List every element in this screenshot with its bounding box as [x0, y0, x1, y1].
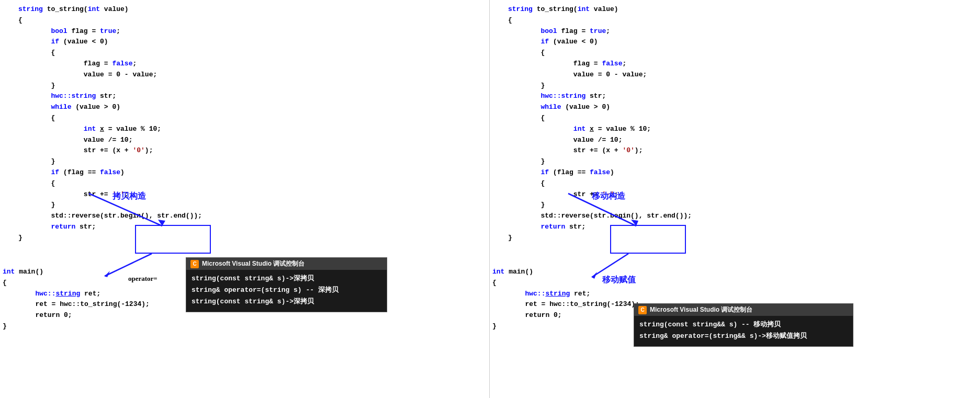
left-line-14: }: [18, 156, 202, 167]
left-line-9: while (value > 0): [18, 102, 202, 113]
right-console-title: Microsoft Visual Studio 调试控制台: [650, 305, 752, 314]
right-panel: string to_string(int value) { bool flag …: [490, 0, 980, 398]
right-line-1: {: [508, 15, 692, 26]
left-line-12: value /= 10;: [18, 135, 202, 146]
right-line-3: if (value < 0): [508, 37, 692, 48]
left-console-line2: string& operator=(string s) -- 深拷贝: [192, 285, 381, 296]
right-line-13: str += (x + '0');: [508, 145, 692, 156]
right-line-6: value = 0 - value;: [508, 70, 692, 81]
left-bottom-code: int main() { hwc::string ret; ret = hwc:…: [3, 267, 150, 332]
left-main-line6: }: [3, 321, 150, 332]
left-main-line2: {: [3, 278, 150, 289]
right-main-line3: hwc::string ret;: [492, 289, 639, 300]
left-line-7: }: [18, 81, 202, 92]
right-line-4: {: [508, 48, 692, 59]
left-console: C Microsoft Visual Studio 调试控制台 string(c…: [186, 257, 387, 312]
right-console-icon: C: [638, 306, 647, 314]
right-main-line4: ret = hwc::to_string(-1234);: [492, 299, 639, 310]
right-title-line: string to_string(int value): [508, 4, 692, 15]
right-line-7: }: [508, 81, 692, 92]
right-main-line5: return 0;: [492, 310, 639, 321]
left-main-line5: return 0;: [3, 310, 150, 321]
left-console-header: C Microsoft Visual Studio 调试控制台: [186, 258, 387, 270]
right-line-5: flag = false;: [508, 59, 692, 70]
left-panel: string to_string(int value) { bool flag …: [0, 0, 490, 398]
left-title-line: string to_string(int value): [18, 4, 202, 15]
left-line-13: str += (x + '0');: [18, 145, 202, 156]
right-console: C Microsoft Visual Studio 调试控制台 string(c…: [634, 303, 853, 347]
left-rect-box: [135, 225, 211, 254]
right-line-16: {: [508, 178, 692, 189]
left-line-18: }: [18, 200, 202, 211]
left-main-line1: int main(): [3, 267, 150, 278]
left-line-17: str += '-';: [18, 189, 202, 200]
right-code-block: string to_string(int value) { bool flag …: [508, 4, 692, 244]
left-line-4: {: [18, 48, 202, 59]
right-line-8: hwc::string str;: [508, 91, 692, 102]
left-line-2: bool flag = true;: [18, 26, 202, 37]
left-line-8: hwc::string str;: [18, 91, 202, 102]
left-line-15: if (flag == false): [18, 167, 202, 178]
left-main-line3: hwc::string ret;: [3, 289, 150, 300]
main-container: string to_string(int value) { bool flag …: [0, 0, 980, 398]
left-line-6: value = 0 - value;: [18, 70, 202, 81]
right-rect-box: [610, 225, 686, 254]
left-line-16: {: [18, 178, 202, 189]
left-console-line1: string(const string& s)->深拷贝: [192, 273, 381, 285]
right-line-15: if (flag == false): [508, 167, 692, 178]
right-line-11: int x = value % 10;: [508, 124, 692, 135]
right-line-9: while (value > 0): [508, 102, 692, 113]
right-line-19: std::reverse(str.begin(), str.end());: [508, 211, 692, 222]
right-annotation-move: 移动构造: [592, 191, 625, 202]
left-annotation-copy: 拷贝构造: [112, 191, 146, 202]
left-line-5: flag = false;: [18, 59, 202, 70]
left-main-line4: ret = hwc::to_string(-1234);: [3, 299, 150, 310]
right-console-line1: string(const string&& s) -- 移动拷贝: [639, 319, 848, 331]
left-code-block: string to_string(int value) { bool flag …: [18, 4, 202, 244]
left-line-1: {: [18, 15, 202, 26]
left-console-title: Microsoft Visual Studio 调试控制台: [202, 259, 305, 268]
right-line-10: {: [508, 113, 692, 124]
right-console-header: C Microsoft Visual Studio 调试控制台: [634, 304, 853, 316]
left-line-11: int x = value % 10;: [18, 124, 202, 135]
right-line-2: bool flag = true;: [508, 26, 692, 37]
left-console-line3: string(const string& s)->深拷贝: [192, 296, 381, 308]
right-move-assign-label: 移动赋值: [602, 275, 636, 286]
left-line-3: if (value < 0): [18, 37, 202, 48]
right-line-12: value /= 10;: [508, 135, 692, 146]
left-line-10: {: [18, 113, 202, 124]
right-line-14: }: [508, 156, 692, 167]
left-operator-label: operator=: [128, 275, 157, 283]
right-console-line2: string& operator=(string&& s)->移动赋值拷贝: [639, 331, 848, 342]
right-main-line6: }: [492, 321, 639, 332]
left-console-icon: C: [190, 260, 199, 268]
left-line-19: std::reverse(str.begin(), str.end());: [18, 211, 202, 222]
